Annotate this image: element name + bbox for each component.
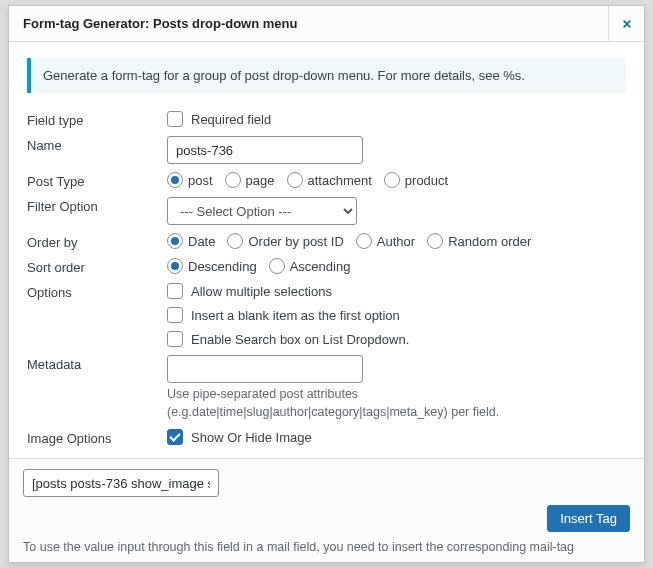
required-checkbox[interactable] xyxy=(167,111,183,127)
options-stack: Allow multiple selections Insert a blank… xyxy=(167,283,626,347)
field-type-label: Field type xyxy=(27,107,167,132)
sort-order-radios: Descending Ascending xyxy=(167,258,626,274)
insert-tag-button[interactable]: Insert Tag xyxy=(547,505,630,532)
show-image-checkbox[interactable] xyxy=(167,429,183,445)
name-input[interactable] xyxy=(167,136,363,164)
post-type-page[interactable]: page xyxy=(225,172,275,188)
close-icon xyxy=(619,16,635,32)
shortcode-output[interactable] xyxy=(23,469,219,497)
modal-body: Generate a form-tag for a group of post … xyxy=(9,42,644,458)
option-multiple[interactable]: Allow multiple selections xyxy=(167,283,626,299)
image-options-label: Image Options xyxy=(27,425,167,450)
required-field-row[interactable]: Required field xyxy=(167,111,626,127)
orderby-random[interactable]: Random order xyxy=(427,233,531,249)
modal-header: Form-tag Generator: Posts drop-down menu xyxy=(9,6,644,42)
orderby-author[interactable]: Author xyxy=(356,233,415,249)
option-search[interactable]: Enable Search box on List Dropdown. xyxy=(167,331,626,347)
metadata-input[interactable] xyxy=(167,355,363,383)
metadata-hint: Use pipe-separated post attributes (e.g.… xyxy=(167,386,626,421)
filter-option-select[interactable]: --- Select Option --- xyxy=(167,197,357,225)
metadata-label: Metadata xyxy=(27,351,167,425)
order-by-label: Order by xyxy=(27,229,167,254)
sort-desc[interactable]: Descending xyxy=(167,258,257,274)
options-label: Options xyxy=(27,279,167,351)
orderby-date[interactable]: Date xyxy=(167,233,215,249)
sort-asc[interactable]: Ascending xyxy=(269,258,351,274)
show-image-label: Show Or Hide Image xyxy=(191,430,312,445)
sort-order-label: Sort order xyxy=(27,254,167,279)
post-type-label: Post Type xyxy=(27,168,167,193)
required-label: Required field xyxy=(191,112,271,127)
name-label: Name xyxy=(27,132,167,168)
post-type-radios: post page attachment product xyxy=(167,172,626,188)
post-type-attachment[interactable]: attachment xyxy=(287,172,372,188)
show-image-row[interactable]: Show Or Hide Image xyxy=(167,429,626,445)
post-type-product[interactable]: product xyxy=(384,172,448,188)
order-by-radios: Date Order by post ID Author Random orde… xyxy=(167,233,626,249)
option-blank[interactable]: Insert a blank item as the first option xyxy=(167,307,626,323)
modal-title: Form-tag Generator: Posts drop-down menu xyxy=(23,16,297,31)
footer-note: To use the value input through this fiel… xyxy=(23,540,630,554)
post-type-post[interactable]: post xyxy=(167,172,213,188)
close-button[interactable] xyxy=(608,6,644,42)
description-banner: Generate a form-tag for a group of post … xyxy=(27,58,626,93)
modal-footer: Insert Tag To use the value input throug… xyxy=(9,458,644,562)
form-tag-generator-modal: Form-tag Generator: Posts drop-down menu… xyxy=(8,5,645,563)
form-fields-table: Field type Required field Name Post Type xyxy=(27,107,626,450)
orderby-id[interactable]: Order by post ID xyxy=(227,233,343,249)
filter-option-label: Filter Option xyxy=(27,193,167,229)
